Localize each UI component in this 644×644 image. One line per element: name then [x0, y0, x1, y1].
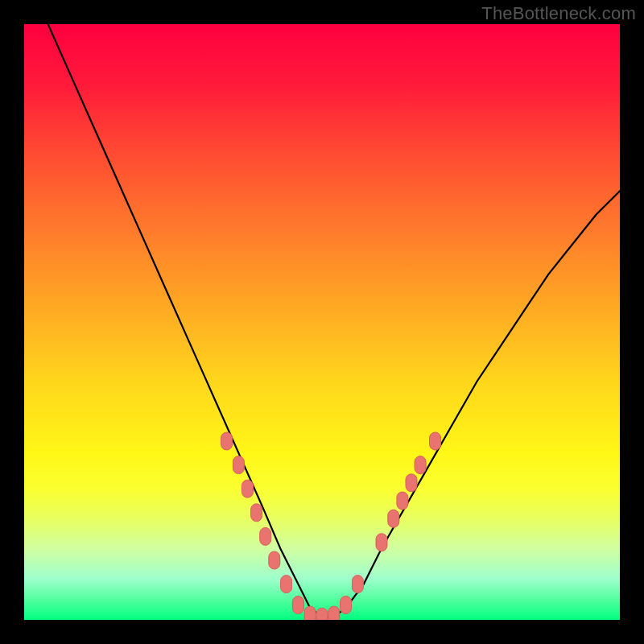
marker-point — [352, 576, 363, 593]
marker-point — [388, 510, 399, 527]
marker-point — [269, 551, 280, 569]
marker-point — [251, 504, 262, 522]
marker-point — [304, 606, 316, 620]
marker-point — [221, 432, 233, 450]
marker-point — [328, 606, 340, 620]
marker-point — [397, 492, 408, 510]
chart-frame: TheBottleneck.com — [0, 0, 644, 644]
bottleneck-curve — [24, 24, 620, 617]
marker-point — [376, 534, 387, 551]
marker-point — [260, 527, 271, 545]
marker-point — [316, 608, 328, 620]
marker-point — [233, 456, 244, 474]
marker-point — [242, 480, 254, 497]
marker-point — [415, 456, 426, 474]
curve-layer — [24, 24, 620, 620]
marker-point — [430, 432, 441, 450]
marker-point — [281, 576, 292, 593]
marker-point — [292, 597, 303, 614]
watermark-text: TheBottleneck.com — [481, 3, 636, 24]
marker-group — [221, 432, 441, 620]
plot-area — [24, 24, 620, 620]
marker-point — [406, 474, 417, 492]
marker-point — [341, 597, 352, 614]
